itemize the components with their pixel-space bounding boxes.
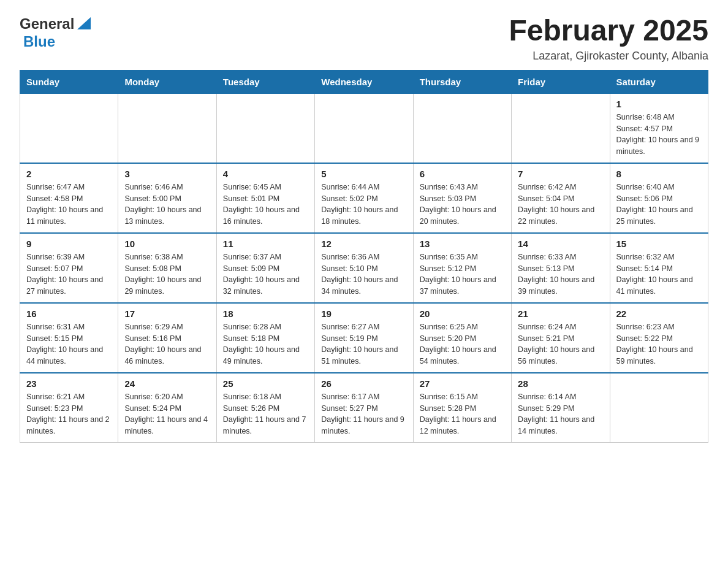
table-row: 8Sunrise: 6:40 AMSunset: 5:06 PMDaylight… (610, 163, 708, 233)
day-info: Sunrise: 6:43 AMSunset: 5:03 PMDaylight:… (420, 182, 505, 228)
day-number: 4 (223, 169, 308, 179)
day-info: Sunrise: 6:48 AMSunset: 4:57 PMDaylight:… (616, 112, 702, 158)
table-row: 24Sunrise: 6:20 AMSunset: 5:24 PMDayligh… (118, 373, 216, 443)
table-row: 21Sunrise: 6:24 AMSunset: 5:21 PMDayligh… (512, 303, 610, 373)
logo-general-text: General (20, 15, 74, 33)
header-saturday: Saturday (610, 70, 708, 93)
table-row: 11Sunrise: 6:37 AMSunset: 5:09 PMDayligh… (216, 233, 314, 303)
day-info: Sunrise: 6:44 AMSunset: 5:02 PMDaylight:… (321, 182, 406, 228)
calendar-week-row: 1Sunrise: 6:48 AMSunset: 4:57 PMDaylight… (20, 93, 708, 163)
table-row: 12Sunrise: 6:36 AMSunset: 5:10 PMDayligh… (315, 233, 413, 303)
table-row: 15Sunrise: 6:32 AMSunset: 5:14 PMDayligh… (610, 233, 708, 303)
table-row (118, 93, 216, 163)
header-thursday: Thursday (413, 70, 511, 93)
header-sunday: Sunday (20, 70, 118, 93)
table-row: 27Sunrise: 6:15 AMSunset: 5:28 PMDayligh… (413, 373, 511, 443)
calendar-week-row: 2Sunrise: 6:47 AMSunset: 4:58 PMDaylight… (20, 163, 708, 233)
table-row (512, 93, 610, 163)
table-row (315, 93, 413, 163)
table-row: 16Sunrise: 6:31 AMSunset: 5:15 PMDayligh… (20, 303, 118, 373)
logo-triangle-icon (76, 15, 92, 33)
table-row: 6Sunrise: 6:43 AMSunset: 5:03 PMDaylight… (413, 163, 511, 233)
table-row: 23Sunrise: 6:21 AMSunset: 5:23 PMDayligh… (20, 373, 118, 443)
day-number: 10 (124, 239, 210, 249)
table-row: 13Sunrise: 6:35 AMSunset: 5:12 PMDayligh… (413, 233, 511, 303)
day-number: 12 (321, 239, 406, 249)
table-row: 20Sunrise: 6:25 AMSunset: 5:20 PMDayligh… (413, 303, 511, 373)
day-number: 3 (124, 169, 210, 179)
header-wednesday: Wednesday (315, 70, 413, 93)
day-info: Sunrise: 6:40 AMSunset: 5:06 PMDaylight:… (616, 182, 702, 228)
logo-blue-text: Blue (23, 33, 55, 50)
day-number: 7 (518, 169, 603, 179)
svg-marker-0 (77, 17, 91, 29)
day-info: Sunrise: 6:33 AMSunset: 5:13 PMDaylight:… (518, 251, 603, 297)
day-info: Sunrise: 6:36 AMSunset: 5:10 PMDaylight:… (321, 251, 406, 297)
table-row: 5Sunrise: 6:44 AMSunset: 5:02 PMDaylight… (315, 163, 413, 233)
table-row: 4Sunrise: 6:45 AMSunset: 5:01 PMDaylight… (216, 163, 314, 233)
day-number: 15 (616, 239, 702, 249)
table-row: 2Sunrise: 6:47 AMSunset: 4:58 PMDaylight… (20, 163, 118, 233)
table-row: 1Sunrise: 6:48 AMSunset: 4:57 PMDaylight… (610, 93, 708, 163)
day-number: 17 (124, 308, 210, 319)
title-area: February 2025 Lazarat, Gjirokaster Count… (509, 15, 708, 63)
table-row (610, 373, 708, 443)
day-number: 25 (223, 378, 308, 389)
table-row: 7Sunrise: 6:42 AMSunset: 5:04 PMDaylight… (512, 163, 610, 233)
day-number: 24 (124, 378, 210, 389)
day-number: 18 (223, 308, 308, 319)
day-number: 9 (26, 239, 112, 249)
day-info: Sunrise: 6:17 AMSunset: 5:27 PMDaylight:… (321, 391, 406, 437)
day-number: 13 (420, 239, 505, 249)
day-number: 20 (420, 308, 505, 319)
header-friday: Friday (512, 70, 610, 93)
day-number: 2 (26, 169, 112, 179)
day-info: Sunrise: 6:31 AMSunset: 5:15 PMDaylight:… (26, 321, 112, 367)
day-number: 19 (321, 308, 406, 319)
table-row: 22Sunrise: 6:23 AMSunset: 5:22 PMDayligh… (610, 303, 708, 373)
day-number: 28 (518, 378, 603, 389)
day-info: Sunrise: 6:47 AMSunset: 4:58 PMDaylight:… (26, 182, 112, 228)
day-number: 8 (616, 169, 702, 179)
day-info: Sunrise: 6:29 AMSunset: 5:16 PMDaylight:… (124, 321, 210, 367)
weekday-header-row: Sunday Monday Tuesday Wednesday Thursday… (20, 70, 708, 93)
day-number: 23 (26, 378, 112, 389)
calendar-week-row: 16Sunrise: 6:31 AMSunset: 5:15 PMDayligh… (20, 303, 708, 373)
month-year-title: February 2025 (509, 15, 708, 47)
location-subtitle: Lazarat, Gjirokaster County, Albania (509, 50, 708, 63)
day-info: Sunrise: 6:27 AMSunset: 5:19 PMDaylight:… (321, 321, 406, 367)
day-info: Sunrise: 6:25 AMSunset: 5:20 PMDaylight:… (420, 321, 505, 367)
day-info: Sunrise: 6:14 AMSunset: 5:29 PMDaylight:… (518, 391, 603, 437)
day-number: 21 (518, 308, 603, 319)
day-number: 1 (616, 99, 702, 109)
day-info: Sunrise: 6:20 AMSunset: 5:24 PMDaylight:… (124, 391, 210, 437)
day-info: Sunrise: 6:42 AMSunset: 5:04 PMDaylight:… (518, 182, 603, 228)
calendar-week-row: 23Sunrise: 6:21 AMSunset: 5:23 PMDayligh… (20, 373, 708, 443)
table-row: 26Sunrise: 6:17 AMSunset: 5:27 PMDayligh… (315, 373, 413, 443)
header-tuesday: Tuesday (216, 70, 314, 93)
day-info: Sunrise: 6:32 AMSunset: 5:14 PMDaylight:… (616, 251, 702, 297)
day-number: 27 (420, 378, 505, 389)
day-number: 26 (321, 378, 406, 389)
day-info: Sunrise: 6:24 AMSunset: 5:21 PMDaylight:… (518, 321, 603, 367)
table-row: 9Sunrise: 6:39 AMSunset: 5:07 PMDaylight… (20, 233, 118, 303)
table-row: 17Sunrise: 6:29 AMSunset: 5:16 PMDayligh… (118, 303, 216, 373)
table-row: 25Sunrise: 6:18 AMSunset: 5:26 PMDayligh… (216, 373, 314, 443)
table-row: 14Sunrise: 6:33 AMSunset: 5:13 PMDayligh… (512, 233, 610, 303)
day-info: Sunrise: 6:23 AMSunset: 5:22 PMDaylight:… (616, 321, 702, 367)
day-info: Sunrise: 6:28 AMSunset: 5:18 PMDaylight:… (223, 321, 308, 367)
day-number: 14 (518, 239, 603, 249)
table-row: 18Sunrise: 6:28 AMSunset: 5:18 PMDayligh… (216, 303, 314, 373)
header-monday: Monday (118, 70, 216, 93)
day-number: 11 (223, 239, 308, 249)
day-number: 5 (321, 169, 406, 179)
calendar-table: Sunday Monday Tuesday Wednesday Thursday… (20, 70, 708, 443)
table-row: 3Sunrise: 6:46 AMSunset: 5:00 PMDaylight… (118, 163, 216, 233)
day-info: Sunrise: 6:21 AMSunset: 5:23 PMDaylight:… (26, 391, 112, 437)
day-info: Sunrise: 6:46 AMSunset: 5:00 PMDaylight:… (124, 182, 210, 228)
day-number: 6 (420, 169, 505, 179)
table-row: 10Sunrise: 6:38 AMSunset: 5:08 PMDayligh… (118, 233, 216, 303)
day-number: 22 (616, 308, 702, 319)
day-info: Sunrise: 6:18 AMSunset: 5:26 PMDaylight:… (223, 391, 308, 437)
day-info: Sunrise: 6:37 AMSunset: 5:09 PMDaylight:… (223, 251, 308, 297)
